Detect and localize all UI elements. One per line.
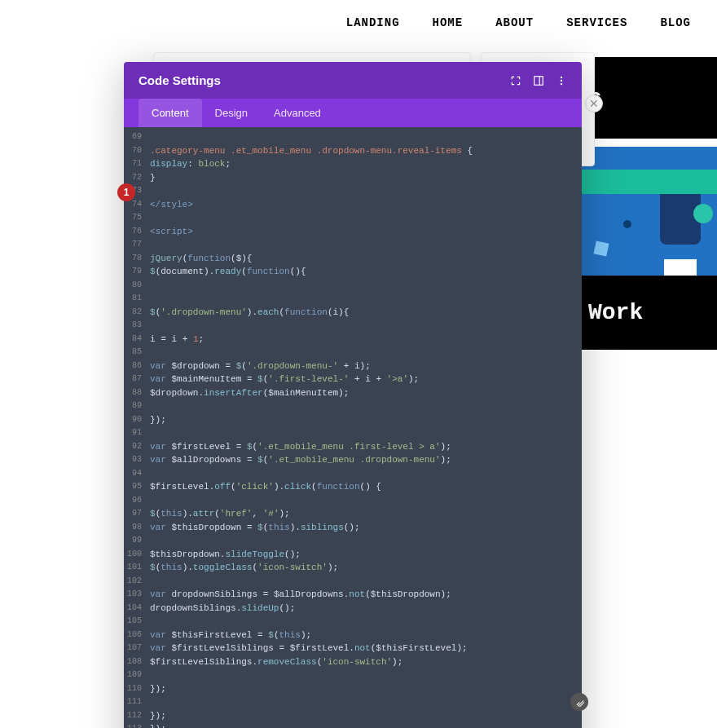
expand-icon[interactable] [510,75,521,86]
modal-tabs: Content Design Advanced [124,99,582,127]
tab-content[interactable]: Content [139,99,202,127]
modal-header-actions [510,75,567,86]
code-settings-modal: Code Settings Content Design Advanced 69… [124,62,582,728]
illustration-stand [664,259,697,276]
svg-point-2 [561,76,562,77]
more-icon[interactable] [556,75,567,86]
nav-blog[interactable]: BLOG [660,16,691,29]
bg-heading-bottom: Work [578,276,717,350]
sidebar-icon[interactable] [533,75,544,86]
bg-teal-strip [582,170,717,194]
close-icon[interactable]: ✕ [585,95,603,113]
svg-point-3 [561,79,562,81]
modal-title: Code Settings [139,73,221,87]
tab-design[interactable]: Design [202,99,261,127]
annotation-marker-1: 1 [117,183,135,201]
nav-services[interactable]: SERVICES [566,16,627,29]
code-body[interactable]: .category-menu .et_mobile_menu .dropdown… [147,127,582,728]
svg-rect-0 [534,76,543,85]
nav-home[interactable]: HOME [433,16,464,29]
top-navigation: LANDING HOME ABOUT SERVICES BLOG [346,16,691,29]
code-gutter: 6970717273747576777879808182838485868788… [124,127,147,728]
illustration-box [594,241,609,257]
nav-about[interactable]: ABOUT [495,16,534,29]
nav-landing[interactable]: LANDING [346,16,400,29]
resize-handle[interactable] [570,693,588,711]
illustration-ball [693,204,713,223]
illustration-dot [623,220,631,228]
modal-header[interactable]: Code Settings [124,62,582,99]
bg-illustration [578,147,717,276]
svg-point-4 [561,82,562,84]
tab-advanced[interactable]: Advanced [261,99,334,127]
code-editor[interactable]: 6970717273747576777879808182838485868788… [124,127,582,728]
